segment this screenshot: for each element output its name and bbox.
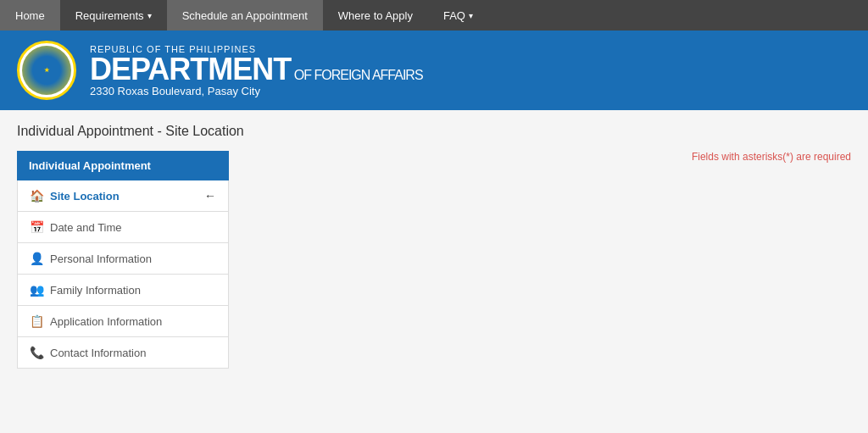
home-icon: 🏠 [30,189,43,203]
sidebar-contact-label: Contact Information [50,347,146,359]
right-panel: Fields with asterisks(*) are required DF… [246,151,851,433]
dfa-logo: ★ [17,41,76,100]
sidebar-item-personal[interactable]: 👤 Personal Information [17,243,229,275]
sidebar-item-contact[interactable]: 📞 Contact Information [17,337,229,369]
nav-where-to-apply[interactable]: Where to Apply [323,0,428,31]
sidebar-site-location-label: Site Location [50,190,120,203]
family-icon: 👥 [30,283,43,297]
site-header: ★ REPUBLIC OF THE PHILIPPINES DEPARTMENT… [0,31,868,110]
nav-faq-label: FAQ [443,9,473,22]
nav-home[interactable]: Home [0,0,60,31]
department-label: DEPARTMENT OF FOREIGN AFFAIRS [90,54,423,85]
sidebar: Individual Appointment 🏠 Site Location ←… [17,151,229,369]
sidebar-item-date-time[interactable]: 📅 Date and Time [17,212,229,243]
sidebar-item-family[interactable]: 👥 Family Information [17,275,229,306]
address-label: 2330 Roxas Boulevard, Pasay City [90,85,423,97]
sidebar-personal-label: Personal Information [50,253,152,265]
user-icon: 👤 [30,252,43,265]
application-icon: 📋 [30,314,43,328]
required-note: Fields with asterisks(*) are required [246,151,851,163]
contact-icon: 📞 [30,346,43,359]
nav-requirements[interactable]: Requirements [60,0,167,31]
sidebar-header: Individual Appointment [17,151,229,180]
nav-schedule[interactable]: Schedule an Appointment [167,0,323,31]
sidebar-date-time-label: Date and Time [50,221,122,234]
header-text: REPUBLIC OF THE PHILIPPINES DEPARTMENT O… [90,44,423,97]
page-title: Individual Appointment - Site Location [17,124,851,139]
main-layout: Individual Appointment 🏠 Site Location ←… [17,151,851,433]
nav-faq[interactable]: FAQ [428,0,488,31]
sidebar-item-application[interactable]: 📋 Application Information [17,306,229,337]
sidebar-item-site-location[interactable]: 🏠 Site Location ← [17,180,229,212]
nav-requirements-label: Requirements [75,9,152,22]
page-content: Individual Appointment - Site Location I… [0,110,868,433]
sidebar-application-label: Application Information [50,315,162,328]
top-navigation: Home Requirements Schedule an Appointmen… [0,0,868,31]
calendar-icon: 📅 [30,220,43,234]
sidebar-arrow-icon: ← [204,189,216,203]
sidebar-family-label: Family Information [50,284,141,297]
